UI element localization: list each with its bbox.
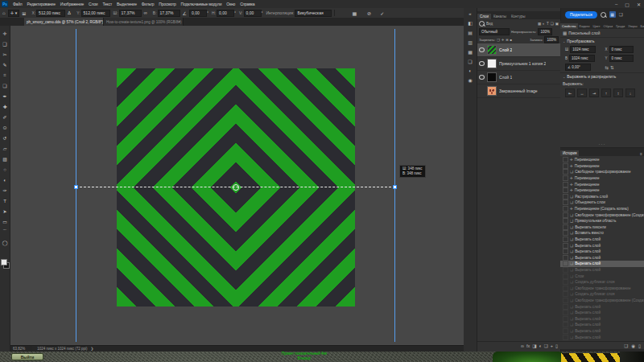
history-source-checkbox[interactable] [563,304,568,310]
link-dimensions-icon[interactable]: ∞ [144,10,147,15]
history-source-checkbox[interactable] [563,267,568,273]
history-step[interactable]: ❏ Вырезать пиксели [560,224,644,231]
history-source-checkbox[interactable] [563,224,568,230]
angle-input[interactable]: 0,00 [189,10,207,17]
panel-tab[interactable]: Коррек [578,23,592,29]
menu-item[interactable]: Редактирование [25,2,58,6]
panel-more-indicator[interactable]: ··· [560,142,644,146]
visibility-eye-icon[interactable] [479,75,485,80]
lasso-tool-icon[interactable]: ✂ [1,49,10,60]
new-snapshot-icon[interactable]: ◉ [631,343,635,348]
share-button[interactable]: Поделиться [565,11,597,19]
flip-vertical-icon[interactable]: ⇅ [610,65,614,70]
panel-tab[interactable]: История [560,150,579,156]
document-tab[interactable]: How-to-create-texture1.png @ 100% (RGB/8… [104,18,184,26]
history-step[interactable]: ❏ Вырезать слой [560,261,644,267]
align-top-icon[interactable]: ↑ [601,88,611,97]
history-source-checkbox[interactable] [563,200,568,205]
eyedropper-tool-icon[interactable]: ✒ [1,91,10,101]
menu-item[interactable]: Слои [86,2,100,6]
clone-stamp-tool-icon[interactable]: ⊙ [1,122,10,133]
delete-state-icon[interactable]: ▯ [638,343,641,348]
history-step[interactable]: ❏ Создать дубликат слоя [560,291,644,298]
workspace-icon[interactable]: ▦ [609,11,616,18]
move-tool-icon[interactable]: ✛ [1,28,10,39]
layer-name[interactable]: Закрашенный Image [499,88,538,93]
prop-height-input[interactable]: 1024 пикс [569,55,595,62]
history-source-checkbox[interactable] [563,194,568,200]
libraries-panel-icon[interactable]: ❏ [468,59,472,64]
menu-item[interactable]: Выделение [114,2,139,6]
lock-pixels-icon[interactable]: ✛ [502,38,504,42]
menu-item[interactable]: Подключаемые модули [179,2,225,6]
history-source-checkbox[interactable] [563,279,568,285]
prop-y-input[interactable]: 0 пикс [609,55,634,62]
transform-reference-point[interactable] [233,184,239,191]
commit-transform-icon[interactable]: ✓ [380,10,384,16]
blur-tool-icon[interactable]: ○ [1,164,10,175]
Прямоугольник 1 копия 2[interactable]: Прямоугольник 1 копия 2 [477,57,560,71]
filter-kind-label[interactable]: Вид [486,22,493,26]
history-brush-tool-icon[interactable]: ↺ [1,133,10,143]
history-source-checkbox[interactable] [563,328,568,334]
maximize-button[interactable]: ▢ [625,2,630,7]
minimize-button[interactable]: – [615,2,617,6]
history-source-checkbox[interactable] [563,175,568,181]
panel-tab[interactable]: Узоры [626,23,638,29]
panel-tab[interactable]: Гради [614,23,626,29]
layer-name[interactable]: Слой 1 [499,75,512,80]
history-source-checkbox[interactable] [563,310,568,315]
path-select-tool-icon[interactable]: ➤ [1,206,10,216]
panel-tab[interactable]: Цвет [592,23,602,29]
history-step[interactable]: ❏ Вырезать слой [560,315,644,322]
transform-section-header[interactable]: ⌄Преобразовать [560,37,644,45]
gradient-tool-icon[interactable]: ▨ [1,154,10,164]
y-input[interactable]: 512,00 пикс [81,10,110,17]
gradients-panel-icon[interactable]: ▥ [468,39,473,45]
lock-all-icon[interactable]: ■ [510,38,512,42]
quick-select-tool-icon[interactable]: ✎ [1,60,10,70]
fill-value[interactable]: 100% [544,36,559,43]
panel-layout-icon[interactable]: ❏ [619,12,623,17]
history-source-checkbox[interactable] [563,218,568,224]
h-skew-input[interactable]: 0,00 [217,10,234,17]
history-step[interactable]: ❏ Вырезать слой [560,328,644,335]
align-center-h-icon[interactable]: ↔ [577,88,587,97]
history-step[interactable]: ❏ Вырезать слой [560,303,644,310]
x-input[interactable]: 512,00 пикс [36,10,65,17]
search-icon[interactable] [601,12,606,18]
filter-adjustment-icon[interactable]: ◐ [543,22,545,26]
panel-tab[interactable]: Каналы [491,14,509,19]
history-source-checkbox[interactable] [563,243,568,249]
crop-tool-icon[interactable]: ⌗ [1,70,10,80]
type-tool-icon[interactable]: T [1,195,10,206]
history-step[interactable]: ❏ Вставить вместо [560,230,644,237]
frame-tool-icon[interactable]: ❏ [1,80,10,91]
history-step[interactable]: ❏ Растрировать слой [560,194,644,200]
lock-transparency-icon[interactable]: ❑ [497,38,500,42]
history-step[interactable]: ❏ Слои [560,273,644,279]
close-button[interactable]: ✕ [637,2,641,7]
menu-item[interactable]: Изображение [58,2,86,6]
flip-horizontal-icon[interactable]: ⇆ [605,65,609,70]
menu-item[interactable]: Текст [100,2,114,6]
lock-position-icon[interactable]: ⊞ [506,38,508,42]
zoom-tool-icon[interactable]: ◯ [1,237,10,248]
history-step[interactable]: ❏ Свободное трансформирование (Создат... [560,298,644,304]
menu-item[interactable]: Справка [237,2,257,6]
history-step[interactable]: ✛ Перемещение [560,157,644,163]
prop-x-input[interactable]: 0 пикс [609,46,634,53]
color-panel-icon[interactable]: ◧ [468,20,473,26]
history-step[interactable]: ❏ Вырезать слой [560,249,644,255]
history-source-checkbox[interactable] [563,274,568,279]
swatches-panel-icon[interactable]: ▤ [468,30,473,35]
history-step[interactable]: ❏ Вырезать слой [560,310,644,316]
width-input[interactable]: 17,37% [119,10,142,17]
history-step[interactable]: ❏ Свободное трансформирование (Создат... [560,212,644,218]
history-step[interactable]: ✛ Перемещение [560,163,644,170]
transform-handle-left[interactable] [74,185,78,189]
brush-tool-icon[interactable]: ✐ [1,112,10,122]
history-step[interactable]: ✛ Перемещение (Создать копию) [560,206,644,212]
expand-panels-icon[interactable]: « [469,11,471,16]
pen-tool-icon[interactable]: ✑ [1,185,10,195]
